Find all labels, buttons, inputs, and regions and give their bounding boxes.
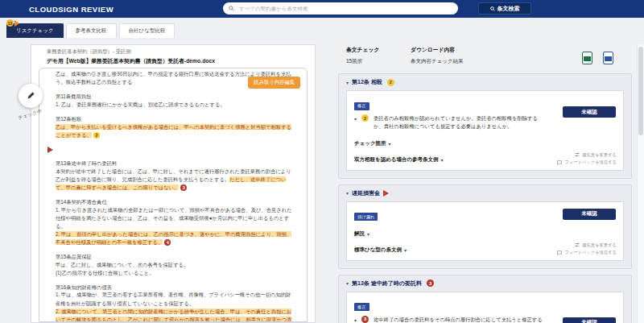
doc-content: 乙は、成果物の引き渡し後90日以内に、甲の指定する銀行口座に振込送金する方法によ…	[56, 70, 295, 322]
clause-search-button[interactable]: 条文検索	[478, 2, 531, 14]
category-tag: 抜け漏れ	[354, 213, 378, 221]
clause-text: 第12条相殺	[56, 116, 81, 122]
feedback-icon	[557, 160, 562, 165]
check-count: 15箇所	[346, 58, 362, 65]
footer-link[interactable]: 優先度を変更する	[557, 151, 617, 159]
highlighted-clause[interactable]: 2. 成果物について、第三者との間に知的財産権にかかる紛争が生じた場合、甲は、そ…	[56, 309, 292, 322]
annotation-badge[interactable]: 3	[180, 184, 187, 191]
chevron-down-icon: ▾	[346, 190, 349, 196]
column-check-label: 条文チェック	[346, 46, 379, 54]
edit-content-button[interactable]: 読み取り内容編集	[248, 77, 300, 89]
document-panel: 業務委託基本契約（請負型）- 受託側 デモ用【Web版】業務委託基本契約書（請負…	[31, 44, 316, 323]
priority-icon	[575, 242, 580, 247]
edit-fab-button[interactable]	[19, 84, 43, 108]
tab-template-compare-label: 自社ひな型比較	[129, 27, 166, 33]
clause-text: (1)乙の指示する仕様に合致していること。	[56, 270, 155, 275]
footer-link-label: 優先度を変更する	[582, 151, 617, 159]
vertical-scrollbar[interactable]	[637, 44, 644, 323]
doc-paragraph: 2. 甲は、前項の申し出があった場合には、乙の指示に基づき、速やかに、甲の費用負…	[56, 230, 295, 246]
unconfirmed-button[interactable]: 未確認	[563, 317, 616, 323]
card-count-badge: 3	[427, 280, 434, 287]
doc-heading: 第16条知的財産権の侵害	[56, 284, 295, 292]
check-message: 委託者のみ相殺権が認められていませんか。委託者の相殺権を削除するか、貴社の相殺権…	[374, 114, 547, 131]
message-badge: 2	[361, 114, 369, 122]
clause-text: 第14条契約不適合責任	[56, 199, 107, 205]
doc-heading: 第12条相殺	[56, 115, 295, 123]
expander-link[interactable]: チェック箇所▾	[354, 140, 616, 147]
footer-link-label: 優先度を変更する	[582, 242, 617, 250]
search-icon	[490, 6, 495, 11]
card-footer: 優先度を変更するフィードバックを送信する	[557, 242, 617, 257]
expander-label: チェック箇所	[354, 140, 386, 147]
document-filename: デモ用【Web版】業務委託基本契約書（請負型）受託者-demo.docx	[47, 57, 304, 65]
chevron-down-icon: ▾	[404, 247, 407, 253]
search-input[interactable]	[237, 5, 452, 12]
priority-icon	[575, 152, 580, 157]
tab-template-compare[interactable]: 自社ひな型比較	[119, 23, 175, 38]
annotation-badge[interactable]: 2	[93, 132, 100, 139]
pencil-icon	[26, 91, 35, 101]
global-search	[223, 2, 458, 14]
clause-text: 甲は、乙に対し、成果物について、次の各号を保証する。	[56, 262, 188, 267]
card-count-badge: 2	[387, 79, 394, 86]
chevron-down-icon: ▾	[389, 141, 391, 147]
chevron-down-icon[interactable]: ▾	[354, 317, 357, 323]
doc-heading: 第11条費用負担	[56, 93, 295, 101]
doc-paragraph: 甲は、乙に対し、成果物について、次の各号を保証する。	[56, 261, 295, 269]
app-logo: CLOUDSIGN REVIEW	[29, 5, 114, 14]
doc-heading: 第13条途中終了時の委託料	[56, 159, 295, 168]
tab-risk-check-label: リスクチェック	[16, 27, 54, 33]
doc-paragraph: 本契約が途中で終了した場合には、乙は、甲に対し、それまでに遂行履行された委託業務…	[56, 168, 295, 192]
feedback-icon	[557, 251, 562, 255]
clause-text: 第13条途中終了時の委託料	[56, 160, 117, 166]
footer-link[interactable]: 優先度を変更する	[557, 242, 617, 250]
chevron-down-icon: ▾	[346, 80, 349, 85]
footer-link[interactable]: フィードバックを送信する	[557, 159, 617, 167]
card-header[interactable]: ▾遅延損害金	[339, 185, 631, 201]
unconfirmed-button[interactable]: 未確認	[563, 209, 616, 220]
column-download-label: ダウンロード内容	[411, 46, 455, 54]
word-file-icon[interactable]	[603, 52, 613, 64]
check-result-card: ▾遅延損害金抜け漏れ未確認解説▾標準ひな型の条文例▾優先度を変更するフィードバッ…	[338, 184, 632, 269]
card-body: 修正▾3途中終了の場合の委託料をその時点の履行割合に応じて支払うと修正する必要は…	[346, 292, 624, 323]
tab-reference-compare[interactable]: 参考条文比較	[66, 23, 117, 38]
footer-link-label: フィードバックを送信する	[564, 159, 617, 167]
highlighted-clause[interactable]: 2. 甲は、前項の申し出があった場合には、乙の指示に基づき、速やかに、甲の費用負…	[56, 231, 291, 245]
doc-heading: 第15条品質保証	[56, 253, 295, 261]
category-tag: 修正	[354, 102, 369, 110]
card-header[interactable]: ▾第13条 途中終了時の委託料3	[339, 275, 631, 292]
expander-link[interactable]: 解説▾	[354, 230, 616, 238]
risk-marker-icon	[47, 147, 53, 153]
category-tag: 修正	[354, 303, 369, 311]
check-result-cards: ▾第12条 相殺2修正▾2委託者のみ相殺権が認められていませんか。委託者の相殺権…	[338, 73, 632, 323]
clause-text: 1. 甲は、成果物が、第三者の有する工業所有権、著作権、肖像権、プライバシー権そ…	[56, 292, 291, 305]
tab-bar: 12 リスクチェック 参考条文比較 自社ひな型比較	[6, 23, 175, 38]
clause-text: 第16条知的財産権の侵害	[56, 284, 112, 290]
unconfirmed-button[interactable]: 未確認	[563, 106, 616, 118]
card-body: 抜け漏れ未確認解説▾標準ひな型の条文例▾優先度を変更するフィードバックを送信する	[346, 201, 624, 261]
tab-reference-compare-label: 参考条文比較	[76, 27, 107, 33]
scrollbar-thumb[interactable]	[638, 47, 643, 135]
doc-paragraph: 2. 成果物について、第三者との間に知的財産権にかかる紛争が生じた場合、甲は、そ…	[56, 308, 295, 322]
clause-text: 第15条品質保証	[56, 254, 92, 259]
check-message: 途中終了の場合の委託料をその時点の履行割合に応じて支払うと修正する必要はありませ…	[374, 316, 547, 323]
footer-link[interactable]: フィードバックを送信する	[557, 249, 617, 257]
card-header[interactable]: ▾第12条 相殺2	[339, 74, 631, 90]
chevron-down-icon[interactable]: ▾	[354, 116, 357, 122]
card-title: 第13条 途中終了時の委託料	[352, 280, 422, 288]
tab-risk-check[interactable]: 12 リスクチェック	[6, 23, 64, 38]
doc-paragraph: (1)乙の指示する仕様に合致していること。	[56, 269, 295, 277]
card-footer: 優先度を変更するフィードバックを送信する	[557, 151, 617, 167]
download-icons	[582, 52, 613, 64]
annotation-badge[interactable]: 4	[164, 239, 171, 246]
flag-icon	[14, 20, 19, 27]
highlighted-clause[interactable]: 乙は、甲から支払いを受けるべき債権がある場合には、甲への本契約に基づく債務と対当…	[56, 124, 291, 138]
download-name: 条文内容チェック結果	[411, 58, 464, 65]
clause-text: 1. 乙は、委託業務遂行にかかる実費は、別途乙に請求できるものとする。	[56, 101, 225, 107]
risk-count-badge: 12	[6, 19, 14, 27]
doc-paragraph: 1. 甲から引き渡された成果物の全部または一部について、毀損や不具合がある場合、…	[56, 206, 295, 230]
excel-file-icon[interactable]	[582, 52, 592, 64]
expander-label: 解説	[354, 230, 365, 238]
chevron-down-icon: ▾	[346, 280, 349, 286]
doc-paragraph: 1. 乙は、委託業務遂行にかかる実費は、別途乙に請求できるものとする。	[56, 101, 295, 109]
